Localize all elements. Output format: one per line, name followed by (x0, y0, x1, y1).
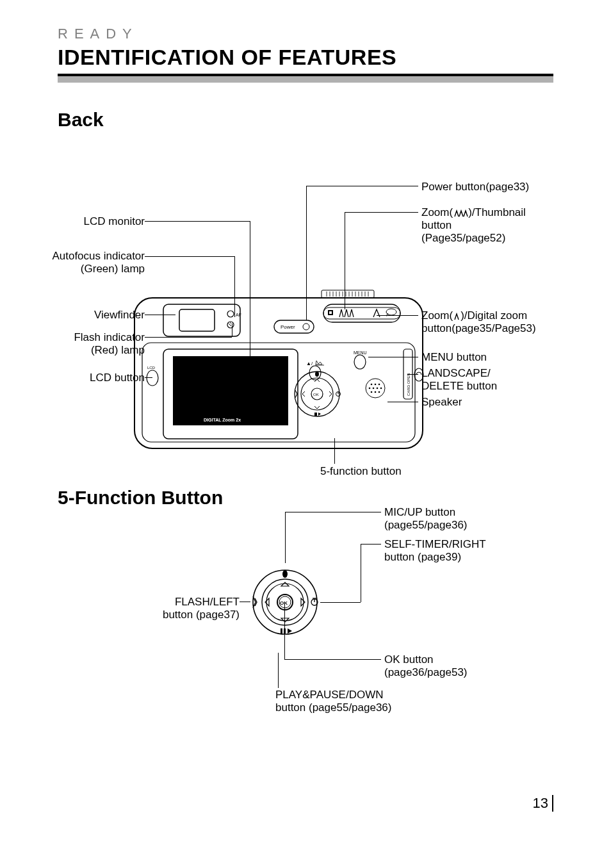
zoom-tele-icon (453, 313, 460, 320)
label-ok-line1: OK button (384, 653, 434, 666)
svg-point-39 (380, 388, 382, 389)
svg-point-37 (373, 388, 375, 389)
label-mic-up: MIC/UP button (page55/page36) (384, 506, 468, 532)
label-zoom-thumbnail-line1: Zoom()/Thumbnail (421, 206, 526, 218)
leader (361, 544, 361, 602)
svg-point-36 (369, 388, 371, 389)
leader (361, 544, 381, 545)
svg-text:OK: OK (313, 393, 319, 397)
svg-point-35 (379, 384, 380, 386)
text-card-open: CARD OPEN (407, 373, 411, 396)
text-af: AF (236, 313, 241, 317)
svg-rect-64 (284, 628, 286, 634)
speaker-icon (369, 384, 382, 393)
zoom-wide-icon (453, 209, 468, 217)
label-flash-left-line1: FLASH/LEFT (175, 596, 240, 608)
label-af-indicator-line2: (Green) lamp (81, 263, 145, 275)
label-self-timer-right: SELF-TIMER/RIGHT button (page39) (384, 538, 486, 564)
label-mic-up-line1: MIC/UP button (384, 506, 455, 518)
section-label: READY (58, 26, 138, 42)
svg-rect-7 (173, 356, 288, 425)
leader (285, 512, 381, 512)
label-af-indicator: Autofocus indicator (Green) lamp (52, 250, 145, 275)
leader (278, 653, 279, 688)
svg-text:▲/: ▲/ (306, 361, 313, 366)
svg-rect-29 (329, 311, 332, 314)
label-play-pause-down: PLAY&PAUSE/DOWN button (page55/page36) (275, 689, 392, 714)
svg-point-40 (371, 391, 373, 393)
text-digital-zoom: DIGITAL Zoom 2x (204, 418, 241, 422)
label-self-timer-line2: button (page39) (384, 551, 461, 563)
label-ok-line2: (page36/page53) (384, 666, 468, 678)
label-5-function-bottom: 5-function button (320, 465, 402, 478)
svg-point-34 (375, 384, 377, 386)
leader (285, 512, 286, 563)
text-power: Power (281, 324, 295, 330)
label-zoom-thumbnail-line3: (Page35/page52) (421, 232, 505, 244)
svg-point-4 (227, 311, 234, 317)
page-title: IDENTIFICATION OF FEATURES (58, 45, 553, 70)
svg-point-48 (315, 372, 319, 377)
camera-back-diagram: AF DIGITAL Zoom 2x LCD Power MENU ▲/ OK (128, 288, 429, 455)
label-play-pause-line2: button (page55/page36) (275, 701, 392, 714)
label-flash-left: FLASH/LEFT button (page37) (163, 596, 240, 621)
subhead-5-function: 5-Function Button (58, 487, 223, 509)
svg-point-53 (414, 368, 423, 381)
svg-rect-3 (179, 309, 215, 331)
svg-rect-26 (323, 304, 400, 322)
label-zoom-thumbnail: Zoom()/Thumbnail button (Page35/page52) (421, 206, 526, 245)
svg-point-8 (147, 370, 158, 386)
label-landscape-delete: LANDSCAPE/ DELETE button (421, 367, 497, 393)
label-ok-button: OK button (page36/page53) (384, 653, 468, 679)
page-number: 13 (533, 795, 553, 812)
svg-point-33 (371, 384, 373, 386)
svg-point-30 (354, 355, 366, 369)
label-mic-up-line2: (page55/page36) (384, 519, 468, 531)
leader (145, 221, 250, 222)
title-block: IDENTIFICATION OF FEATURES (58, 45, 553, 83)
label-menu-button: MENU button (421, 351, 487, 364)
svg-rect-51 (314, 413, 317, 416)
svg-point-42 (379, 391, 380, 393)
label-zoom-digital: Zoom()/Digital zoom button(page35/Page53… (421, 309, 536, 335)
svg-rect-25 (322, 290, 374, 298)
text-lcd: LCD (147, 366, 156, 370)
label-landscape-delete-line2: DELETE button (421, 380, 497, 392)
svg-point-59 (282, 570, 288, 578)
svg-point-10 (303, 323, 309, 330)
five-function-diagram: OK (247, 557, 323, 653)
label-play-pause-line1: PLAY&PAUSE/DOWN (275, 689, 383, 701)
svg-rect-63 (281, 628, 282, 634)
label-power-button: Power button(page33) (421, 181, 529, 193)
label-af-indicator-line1: Autofocus indicator (52, 250, 145, 262)
leader (284, 659, 381, 660)
label-zoom-thumbnail-line2: button (421, 219, 452, 231)
leader (306, 186, 418, 186)
title-rule-gray (58, 76, 553, 83)
label-self-timer-line1: SELF-TIMER/RIGHT (384, 538, 486, 550)
label-zoom-digital-line2: button(page35/Page53) (421, 322, 536, 334)
leader (320, 602, 361, 603)
label-lcd-monitor: LCD monitor (84, 215, 145, 228)
text-menu: MENU (354, 350, 367, 355)
svg-point-38 (377, 388, 379, 389)
svg-point-43 (366, 379, 385, 398)
subhead-back: Back (58, 109, 104, 131)
leader (345, 212, 418, 213)
leader (145, 256, 234, 257)
label-landscape-delete-line1: LANDSCAPE/ (421, 367, 491, 379)
svg-point-41 (375, 391, 377, 393)
label-zoom-digital-line1: Zoom()/Digital zoom (421, 309, 527, 322)
text-ok-dial: OK (280, 600, 288, 606)
label-flash-left-line2: button (page37) (163, 609, 240, 621)
